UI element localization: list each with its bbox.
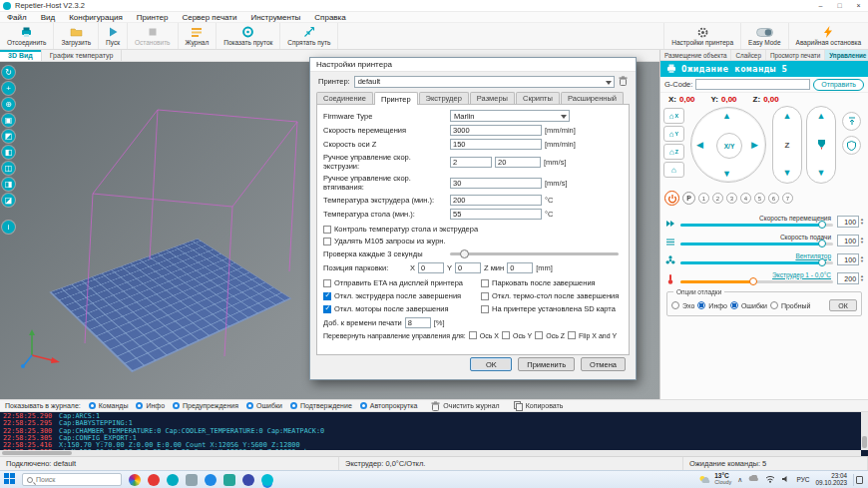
travel-speed-slider[interactable]: [680, 224, 833, 227]
slider-knob[interactable]: [460, 249, 469, 258]
taskbar-app-icon[interactable]: [186, 474, 198, 486]
gcode-input[interactable]: [695, 79, 810, 90]
filter-info[interactable]: Инфо: [136, 402, 165, 409]
close-button[interactable]: ×: [849, 0, 868, 11]
fit-view-icon[interactable]: ▣: [2, 114, 15, 127]
default-extruder-temp-input[interactable]: 200: [450, 195, 542, 206]
filter-commands[interactable]: Команды: [89, 402, 129, 409]
dialog-tab-printer[interactable]: Принтер: [374, 92, 418, 105]
flow-rate-value[interactable]: 100: [837, 235, 859, 246]
hide-travel-button[interactable]: Спрятать путь: [280, 23, 338, 49]
taskbar-app-icon[interactable]: [167, 474, 179, 486]
z-feedrate-input[interactable]: 150: [450, 139, 542, 150]
manual-extrusion-input-2[interactable]: 20: [495, 157, 541, 168]
volume-icon[interactable]: [781, 475, 790, 485]
menu-printer[interactable]: Принтер: [130, 13, 176, 22]
park-after-job-checkbox[interactable]: [481, 279, 489, 287]
show-filament-button[interactable]: Показать пруток: [217, 23, 280, 49]
filter-autoscroll[interactable]: Автопрокрутка: [360, 402, 418, 409]
side-view-icon[interactable]: ◨: [2, 178, 15, 191]
fan-value[interactable]: 100: [837, 253, 859, 265]
taskbar-app-icon[interactable]: [148, 474, 160, 486]
clear-log-button[interactable]: Очистить журнал: [431, 401, 499, 411]
power-button[interactable]: [664, 191, 679, 206]
taskbar-repetier-icon[interactable]: [261, 474, 273, 486]
z-minus-button[interactable]: ▼: [783, 169, 792, 178]
park-shield-button[interactable]: [842, 136, 861, 155]
tab-object-placement[interactable]: Размещение объекта: [660, 50, 731, 60]
tray-expand-icon[interactable]: ∧: [737, 476, 742, 484]
home-all-button[interactable]: ⌂: [663, 162, 684, 178]
preset-button-7[interactable]: 7: [782, 193, 793, 204]
network-icon[interactable]: [765, 475, 775, 485]
preset-button-6[interactable]: 6: [768, 193, 779, 204]
start-button[interactable]: [4, 473, 15, 486]
menu-help[interactable]: Справка: [307, 13, 352, 22]
flow-rate-slider[interactable]: [680, 243, 833, 245]
add-print-time-input[interactable]: 8: [405, 317, 431, 328]
home-z-button[interactable]: ⌂Z: [663, 144, 684, 160]
menu-config[interactable]: Конфигурация: [62, 13, 130, 22]
send-gcode-button[interactable]: Отправить: [813, 79, 864, 91]
dialog-ok-button[interactable]: OK: [470, 357, 512, 371]
menu-file[interactable]: Файл: [0, 13, 34, 22]
debug-echo-toggle[interactable]: [671, 301, 679, 309]
taskbar-search[interactable]: Поиск: [22, 473, 122, 486]
sd-card-checkbox[interactable]: [481, 305, 489, 313]
dialog-tab-connection[interactable]: Соединение: [316, 92, 373, 104]
log-vertical-scrollbar[interactable]: [861, 412, 868, 450]
filter-ack[interactable]: Подтверждение: [290, 402, 352, 409]
copy-log-button[interactable]: Копировать: [514, 401, 564, 411]
easy-mode-button[interactable]: Easy Mode: [740, 23, 788, 49]
top-view-icon[interactable]: ◫: [2, 162, 15, 175]
home-x-button[interactable]: ⌂X: [663, 108, 684, 124]
taskbar-app-icon[interactable]: [129, 474, 141, 486]
disable-motors-checkbox[interactable]: [323, 305, 331, 313]
spinner-arrows-icon[interactable]: ▲▼: [860, 218, 864, 227]
tab-temp-graph[interactable]: График температур: [42, 50, 123, 61]
xy-pad-center[interactable]: X/Y: [716, 133, 742, 159]
load-button[interactable]: Загрузить: [54, 23, 99, 49]
park-y-input[interactable]: 0: [455, 262, 481, 273]
tab-slicer[interactable]: Слайсер: [731, 50, 765, 60]
travel-feedrate-input[interactable]: 3000: [450, 125, 542, 136]
onedrive-icon[interactable]: [748, 475, 759, 484]
check-interval-slider[interactable]: [450, 252, 619, 255]
dialog-tab-shape[interactable]: Размеры: [470, 92, 515, 104]
dialog-apply-button[interactable]: Применить: [518, 357, 575, 371]
flip-xy-checkbox[interactable]: [568, 331, 576, 339]
move-view-icon[interactable]: +: [2, 82, 15, 95]
jog-y-plus-button[interactable]: ▲: [722, 112, 731, 121]
invert-x-checkbox[interactable]: [469, 331, 477, 339]
retract-button[interactable]: ▼: [817, 169, 826, 178]
manual-extrusion-input-1[interactable]: 2: [450, 157, 492, 168]
invert-z-checkbox[interactable]: [535, 331, 543, 339]
park-button[interactable]: P: [682, 192, 695, 205]
menu-tools[interactable]: Инструменты: [243, 13, 307, 22]
taskbar-app-icon[interactable]: [205, 474, 217, 486]
remove-m105-checkbox[interactable]: [323, 238, 331, 245]
dialog-tab-advanced[interactable]: Расширенный: [561, 92, 624, 104]
disable-bed-checkbox[interactable]: [481, 292, 489, 300]
log-output[interactable]: 22:58:25.290Cap:ARCS:1 22:58:25.295Cap:B…: [0, 412, 868, 456]
filter-warnings[interactable]: Предупреждения: [173, 402, 238, 409]
park-x-input[interactable]: 0: [418, 262, 444, 273]
send-eta-checkbox[interactable]: [323, 279, 331, 287]
front-view-icon[interactable]: ◧: [2, 146, 15, 159]
info-icon[interactable]: i: [2, 221, 15, 234]
extruder-temp-label[interactable]: Экструдер 1 - 0,0°C: [680, 272, 833, 279]
taskbar-weather[interactable]: 13°CCloudy: [698, 473, 731, 486]
fan-slider[interactable]: [680, 261, 833, 264]
filter-errors[interactable]: Ошибки: [246, 402, 282, 409]
printer-select[interactable]: default: [354, 76, 615, 88]
manual-retraction-input[interactable]: 30: [450, 178, 542, 189]
taskbar-app-icon[interactable]: [223, 474, 235, 486]
dialog-tab-scripts[interactable]: Скрипты: [516, 92, 560, 104]
extruder-temp-slider[interactable]: [680, 280, 833, 283]
taskbar-clock[interactable]: 23:0409.10.2023: [815, 473, 847, 487]
language-indicator[interactable]: РУС: [796, 476, 809, 483]
debug-errors-toggle[interactable]: [730, 301, 738, 309]
menu-print-server[interactable]: Сервер печати: [175, 13, 243, 22]
back-view-icon[interactable]: ◪: [2, 194, 15, 207]
toggle-log-button[interactable]: Журнал: [179, 23, 217, 49]
